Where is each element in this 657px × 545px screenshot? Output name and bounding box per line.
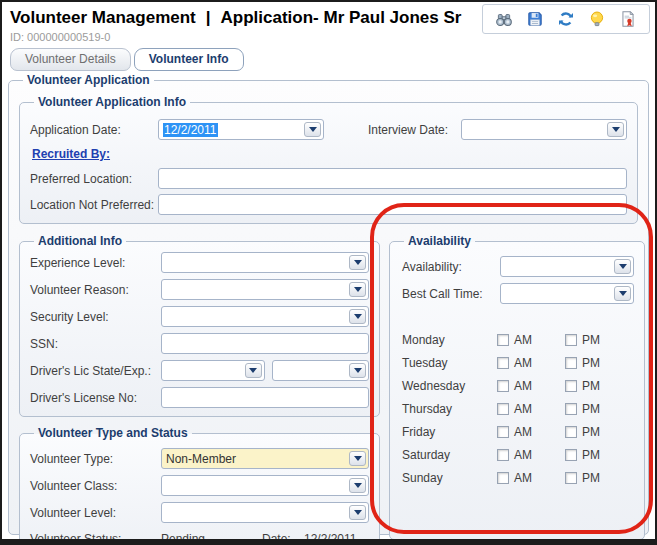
availability-group: Availability Availability: Best Call Tim… <box>389 234 645 540</box>
certificate-document-icon <box>619 10 637 28</box>
ssn-row: SSN: <box>30 333 369 354</box>
chevron-down-icon <box>354 510 362 515</box>
day-row-monday: Monday AM PM <box>400 331 634 348</box>
drivers-lic-state-exp-row: Driver's Lic State/Exp.: <box>30 360 369 381</box>
volunteer-class-label: Volunteer Class: <box>30 479 161 493</box>
day-label: Monday <box>400 333 497 347</box>
volunteer-type-value: Non-Member <box>166 452 347 466</box>
experience-level-combo[interactable] <box>161 252 369 273</box>
volunteer-class-dropdown-button[interactable] <box>349 478 366 493</box>
tip-button[interactable] <box>588 10 606 28</box>
monday-pm-checkbox[interactable] <box>565 334 577 346</box>
tab-volunteer-info[interactable]: Volunteer Info <box>134 48 244 71</box>
weekday-availability-list: Monday AM PM Tuesday AM PM Wednesday AM <box>400 331 634 486</box>
monday-am-checkbox[interactable] <box>497 334 509 346</box>
volunteer-reason-row: Volunteer Reason: <box>30 279 369 300</box>
volunteer-reason-combo[interactable] <box>161 279 369 300</box>
day-label: Tuesday <box>400 356 497 370</box>
best-call-time-dropdown-button[interactable] <box>614 286 631 301</box>
wednesday-pm-checkbox[interactable] <box>565 380 577 392</box>
best-call-time-label: Best Call Time: <box>400 287 500 301</box>
chevron-down-icon <box>612 127 620 132</box>
availability-dropdown-button[interactable] <box>614 259 631 274</box>
experience-level-dropdown-button[interactable] <box>349 255 366 270</box>
application-date-combo[interactable]: 12/2/2011 <box>158 119 324 140</box>
drivers-lic-exp-combo[interactable] <box>272 360 369 381</box>
availability-combo[interactable] <box>500 256 634 277</box>
interview-date-dropdown-button[interactable] <box>607 122 624 137</box>
chevron-down-icon <box>354 260 362 265</box>
preferred-location-label: Preferred Location: <box>30 172 158 186</box>
saturday-pm-checkbox[interactable] <box>565 449 577 461</box>
page-title-separator: | <box>206 8 211 28</box>
application-date-dropdown-button[interactable] <box>304 122 321 137</box>
security-level-dropdown-button[interactable] <box>349 309 366 324</box>
day-label: Thursday <box>400 402 497 416</box>
save-button[interactable] <box>526 10 544 28</box>
refresh-button[interactable] <box>557 10 575 28</box>
day-row-wednesday: Wednesday AM PM <box>400 377 634 394</box>
sunday-pm-checkbox[interactable] <box>565 472 577 484</box>
volunteer-level-combo[interactable] <box>161 502 369 523</box>
page-title-module: Volunteer Management <box>10 8 196 28</box>
wednesday-am-checkbox[interactable] <box>497 380 509 392</box>
thursday-pm-checkbox[interactable] <box>565 403 577 415</box>
chevron-down-icon <box>354 314 362 319</box>
sunday-am-checkbox[interactable] <box>497 472 509 484</box>
location-not-preferred-input[interactable] <box>158 194 627 215</box>
day-label: Wednesday <box>400 379 497 393</box>
chevron-down-icon <box>354 456 362 461</box>
day-row-thursday: Thursday AM PM <box>400 400 634 417</box>
day-label: Friday <box>400 425 497 439</box>
volunteer-type-dropdown-button[interactable] <box>349 451 366 466</box>
tuesday-pm-checkbox[interactable] <box>565 357 577 369</box>
chevron-down-icon <box>354 368 362 373</box>
day-label: Sunday <box>400 471 497 485</box>
volunteer-level-dropdown-button[interactable] <box>349 505 366 520</box>
interview-date-combo[interactable] <box>461 119 627 140</box>
drivers-license-no-input[interactable] <box>161 387 369 408</box>
volunteer-reason-dropdown-button[interactable] <box>349 282 366 297</box>
friday-pm-checkbox[interactable] <box>565 426 577 438</box>
preferred-location-input[interactable] <box>158 168 627 189</box>
volunteer-type-combo[interactable]: Non-Member <box>161 448 369 469</box>
pm-label: PM <box>582 402 600 416</box>
pm-label: PM <box>582 425 600 439</box>
recruited-by-link[interactable]: Recruited By: <box>32 147 110 161</box>
availability-legend: Availability <box>404 234 475 248</box>
drivers-lic-state-combo[interactable] <box>161 360 265 381</box>
left-column: Additional Info Experience Level: Volunt… <box>19 234 380 545</box>
lightbulb-icon <box>588 10 606 28</box>
tuesday-am-checkbox[interactable] <box>497 357 509 369</box>
volunteer-type-status-legend: Volunteer Type and Status <box>34 426 192 440</box>
chevron-down-icon <box>354 483 362 488</box>
ssn-input[interactable] <box>161 333 369 354</box>
location-not-preferred-label: Location Not Preferred: <box>30 198 158 212</box>
thursday-am-checkbox[interactable] <box>497 403 509 415</box>
volunteer-application-group: Volunteer Application Volunteer Applicat… <box>8 73 649 535</box>
volunteer-application-info-group: Volunteer Application Info Application D… <box>19 95 638 224</box>
day-label: Saturday <box>400 448 497 462</box>
experience-level-label: Experience Level: <box>30 256 161 270</box>
volunteer-class-combo[interactable] <box>161 475 369 496</box>
report-button[interactable] <box>619 10 637 28</box>
status-date-value: 12/2/2011 <box>304 532 357 545</box>
refresh-icon <box>557 10 575 28</box>
volunteer-class-row: Volunteer Class: <box>30 475 369 496</box>
binoculars-icon <box>495 10 513 28</box>
friday-am-checkbox[interactable] <box>497 426 509 438</box>
location-not-preferred-row: Location Not Preferred: <box>30 194 627 215</box>
drivers-lic-exp-dropdown-button[interactable] <box>349 363 366 378</box>
drivers-lic-state-dropdown-button[interactable] <box>245 363 262 378</box>
search-button[interactable] <box>495 10 513 28</box>
volunteer-status-label: Volunteer Status: <box>30 532 161 545</box>
volunteer-level-row: Volunteer Level: <box>30 502 369 523</box>
tab-bar: Volunteer Details Volunteer Info <box>2 43 655 71</box>
volunteer-application-info-legend: Volunteer Application Info <box>34 95 190 109</box>
tab-volunteer-details[interactable]: Volunteer Details <box>10 48 131 71</box>
best-call-time-combo[interactable] <box>500 283 634 304</box>
security-level-combo[interactable] <box>161 306 369 327</box>
pm-label: PM <box>582 471 600 485</box>
experience-level-row: Experience Level: <box>30 252 369 273</box>
saturday-am-checkbox[interactable] <box>497 449 509 461</box>
